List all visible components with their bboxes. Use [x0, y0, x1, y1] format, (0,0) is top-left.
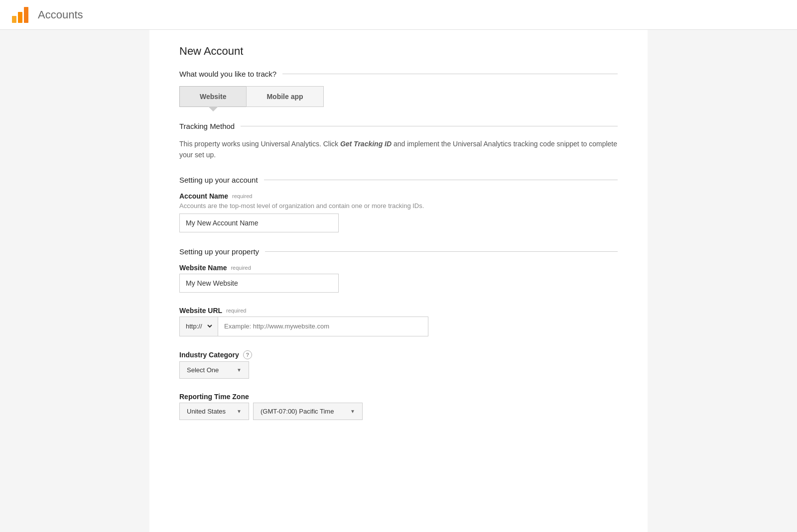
tracking-method-section: Tracking Method This property works usin… — [179, 122, 618, 161]
website-name-input[interactable] — [179, 274, 339, 293]
account-name-field: Account Name required Accounts are the t… — [179, 192, 618, 232]
reporting-timezone-field: Reporting Time Zone United States ▼ (GMT… — [179, 393, 618, 420]
account-setup-title: Setting up your account — [179, 176, 258, 184]
tracking-desc-before: This property works using Universal Anal… — [179, 140, 340, 148]
page-title: New Account — [179, 45, 618, 58]
track-section-header: What would you like to track? — [179, 70, 618, 78]
account-name-input[interactable] — [179, 213, 339, 232]
timezone-country-arrow-icon: ▼ — [237, 409, 242, 414]
track-section-title: What would you like to track? — [179, 70, 276, 78]
app-header: Accounts — [0, 0, 797, 30]
header-title: Accounts — [38, 8, 83, 21]
track-section: What would you like to track? Website Mo… — [179, 70, 618, 107]
property-setup-section: Setting up your property Website Name re… — [179, 247, 618, 420]
website-url-field: Website URL required http:// https:// — [179, 307, 618, 336]
tracking-method-title: Tracking Method — [179, 122, 235, 130]
account-setup-header: Setting up your account — [179, 176, 618, 184]
industry-category-arrow-icon: ▼ — [237, 367, 242, 373]
property-setup-title: Setting up your property — [179, 247, 259, 256]
website-url-input[interactable] — [218, 317, 428, 336]
website-track-button[interactable]: Website — [179, 86, 246, 107]
reporting-timezone-label-text: Reporting Time Zone — [179, 393, 249, 401]
svg-rect-0 — [12, 16, 16, 23]
url-protocol-select[interactable]: http:// https:// — [179, 317, 218, 336]
mobile-app-track-button[interactable]: Mobile app — [246, 86, 323, 107]
industry-category-label-text: Industry Category — [179, 351, 239, 359]
svg-rect-2 — [24, 7, 28, 23]
url-protocol-dropdown[interactable]: http:// https:// — [184, 322, 214, 330]
website-name-label: Website Name required — [179, 264, 618, 272]
website-name-field: Website Name required — [179, 264, 618, 293]
industry-category-help-icon[interactable]: ? — [243, 350, 252, 359]
website-url-label: Website URL required — [179, 307, 618, 315]
main-content: New Account What would you like to track… — [149, 30, 648, 532]
timezone-country-value: United States — [187, 408, 226, 415]
account-setup-divider — [264, 180, 618, 180]
timezone-zone-dropdown[interactable]: (GMT-07:00) Pacific Time ▼ — [253, 403, 363, 420]
property-setup-header: Setting up your property — [179, 247, 618, 256]
tracking-desc-link: Get Tracking ID — [340, 140, 392, 148]
timezone-zone-value: (GMT-07:00) Pacific Time — [261, 408, 334, 415]
website-name-required: required — [231, 265, 251, 271]
url-input-group: http:// https:// — [179, 317, 428, 336]
website-url-required: required — [226, 308, 246, 314]
website-name-label-text: Website Name — [179, 264, 227, 272]
industry-category-field: Industry Category ? Select One ▼ — [179, 350, 618, 379]
account-name-hint: Accounts are the top-most level of organ… — [179, 202, 618, 210]
account-name-label-text: Account Name — [179, 192, 228, 200]
svg-rect-1 — [18, 12, 22, 23]
website-url-label-text: Website URL — [179, 307, 222, 315]
track-buttons-group: Website Mobile app — [179, 86, 618, 107]
tracking-method-divider — [241, 126, 618, 126]
industry-category-value: Select One — [187, 366, 219, 374]
analytics-logo — [10, 5, 30, 25]
account-setup-section: Setting up your account Account Name req… — [179, 176, 618, 232]
reporting-timezone-label: Reporting Time Zone — [179, 393, 618, 401]
account-name-label: Account Name required — [179, 192, 618, 200]
account-name-required: required — [232, 193, 252, 199]
industry-category-dropdown[interactable]: Select One ▼ — [179, 361, 249, 379]
tracking-method-description: This property works using Universal Anal… — [179, 138, 618, 161]
industry-category-label: Industry Category ? — [179, 350, 618, 359]
timezone-country-dropdown[interactable]: United States ▼ — [179, 403, 249, 420]
track-section-divider — [282, 74, 618, 74]
timezone-group: United States ▼ (GMT-07:00) Pacific Time… — [179, 403, 618, 420]
timezone-zone-arrow-icon: ▼ — [350, 409, 355, 414]
property-setup-divider — [265, 251, 618, 252]
tracking-method-header: Tracking Method — [179, 122, 618, 130]
